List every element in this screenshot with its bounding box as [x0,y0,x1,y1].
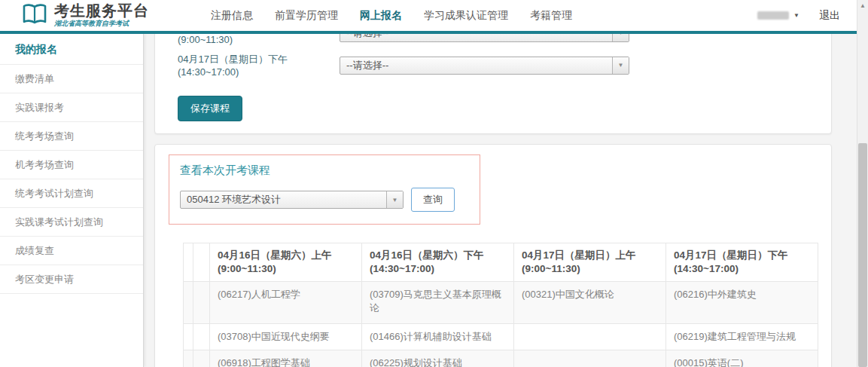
spacer-cell [184,324,193,350]
major-select[interactable]: 050412 环境艺术设计 ▼ [180,191,404,209]
sidebar-item-score-review[interactable]: 成绩复查 [0,237,143,265]
sidebar-item-unified-exam-room[interactable]: 统考考场查询 [0,122,143,151]
sidebar-item-exam-area-change[interactable]: 考区变更申请 [0,265,143,294]
sidebar-item-practical-course[interactable]: 实践课报考 [0,93,143,122]
top-header: 考生服务平台 湖北省高等教育自学考试 注册信息 前置学历管理 网上报名 学习成果… [0,0,857,34]
spacer-cell [184,243,193,282]
nav-online-registration[interactable]: 网上报名 [360,9,402,23]
nav-prior-education[interactable]: 前置学历管理 [275,9,338,23]
open-courses-panel: 查看本次开考课程 050412 环境艺术设计 ▼ 查询 04月16日（星期六）上… [154,144,832,367]
course-selection-panel: 04月17日（星期日）上午(9:00~11:30) --请选择-- ▼ 04月1… [154,34,832,134]
sidebar-item-my-registration[interactable]: 我的报名 [0,34,143,65]
course-cell: (06225)规划设计基础 [362,350,514,367]
sidebar-item-practical-exam-plan[interactable]: 实践课考试计划查询 [0,208,143,237]
course-cell: (03708)中国近现代史纲要 [210,324,362,350]
sidebar-item-computer-exam-room[interactable]: 机考考场查询 [0,151,143,179]
course-cell: (00321)中国文化概论 [514,282,666,324]
session-row-sunday-pm: 04月17日（星期日）下午(14:30~17:00) --请选择-- ▼ [178,53,831,78]
exam-schedule-table: 04月16日（星期六）上午(9:00~11:30) 04月16日（星期六）下午(… [183,243,818,367]
course-cell: (06219)建筑工程管理与法规 [666,324,818,350]
course-cell: (06217)人机工程学 [210,282,362,324]
sidebar-item-payment-list[interactable]: 缴费清单 [0,65,143,93]
chevron-down-icon: ▼ [612,57,629,74]
table-row: (03708)中国近现代史纲要 (01466)计算机辅助设计基础 (06219)… [184,324,818,350]
red-annotation-box: 查看本次开考课程 050412 环境艺术设计 ▼ 查询 [169,154,480,225]
nav-registration-info[interactable]: 注册信息 [211,9,253,23]
chevron-down-icon: ▼ [386,191,403,208]
table-row: (06217)人机工程学 (03709)马克思主义基本原理概论 (00321)中… [184,282,818,324]
spacer-cell [193,324,210,350]
platform-subtitle: 湖北省高等教育自学考试 [54,19,149,29]
top-nav: 注册信息 前置学历管理 网上报名 学习成果认证管理 考籍管理 [211,9,572,23]
spacer-cell [184,350,193,367]
course-cell [514,350,666,367]
spacer-cell [193,350,210,367]
query-button[interactable]: 查询 [411,188,455,212]
nav-exam-status[interactable]: 考籍管理 [530,9,572,23]
scrollbar-thumb[interactable] [858,143,867,367]
sidebar-item-unified-exam-plan[interactable]: 统考考试计划查询 [0,179,143,208]
table-header-row: 04月16日（星期六）上午(9:00~11:30) 04月16日（星期六）下午(… [184,243,818,282]
save-courses-button[interactable]: 保存课程 [178,96,242,121]
nav-learning-certification[interactable]: 学习成果认证管理 [424,9,508,23]
open-book-icon [21,3,48,29]
column-header: 04月16日（星期六）下午(14:30~17:00) [362,243,514,282]
course-cell: (06216)中外建筑史 [666,282,818,324]
course-cell: (00015)英语(二) [666,350,818,367]
spacer-cell [193,243,210,282]
chevron-down-icon: ▼ [612,34,629,41]
session-label: 04月17日（星期日）下午(14:30~17:00) [178,53,340,78]
spacer-cell [184,282,193,324]
platform-title: 考生服务平台 [54,3,149,18]
sidebar: 我的报名 缴费清单 实践课报考 统考考场查询 机考考场查询 统考考试计划查询 实… [0,34,144,367]
platform-logo: 考生服务平台 湖北省高等教育自学考试 [21,3,149,29]
table-row: (06918)工程图学基础 (06225)规划设计基础 (00015)英语(二) [184,350,818,367]
column-header: 04月17日（星期日）上午(9:00~11:30) [514,243,666,282]
scroll-up-arrow-icon[interactable]: ▲ [857,2,868,9]
main-content: 04月17日（星期日）上午(9:00~11:30) --请选择-- ▼ 04月1… [145,34,857,367]
course-cell: (01466)计算机辅助设计基础 [362,324,514,350]
course-cell: (06918)工程图学基础 [210,350,362,367]
spacer-cell [193,282,210,324]
open-courses-title: 查看本次开考课程 [180,164,480,178]
username-redacted [757,11,789,20]
page-scrollbar[interactable]: ▲ [857,0,868,367]
chevron-down-icon: ▼ [793,12,799,19]
column-header: 04月17日（星期日）下午(14:30~17:00) [666,243,818,282]
session-row-sunday-am: 04月17日（星期日）上午(9:00~11:30) --请选择-- ▼ [178,34,831,45]
logout-link[interactable]: 退出 [819,9,840,23]
column-header: 04月16日（星期六）上午(9:00~11:30) [210,243,362,282]
course-cell [514,324,666,350]
session-label: 04月17日（星期日）上午(9:00~11:30) [178,34,340,45]
course-select-sunday-pm[interactable]: --请选择-- ▼ [340,57,629,75]
course-cell: (03709)马克思主义基本原理概论 [362,282,514,324]
course-select-sunday-am[interactable]: --请选择-- ▼ [340,34,629,42]
user-menu[interactable]: ▼ [757,11,799,20]
